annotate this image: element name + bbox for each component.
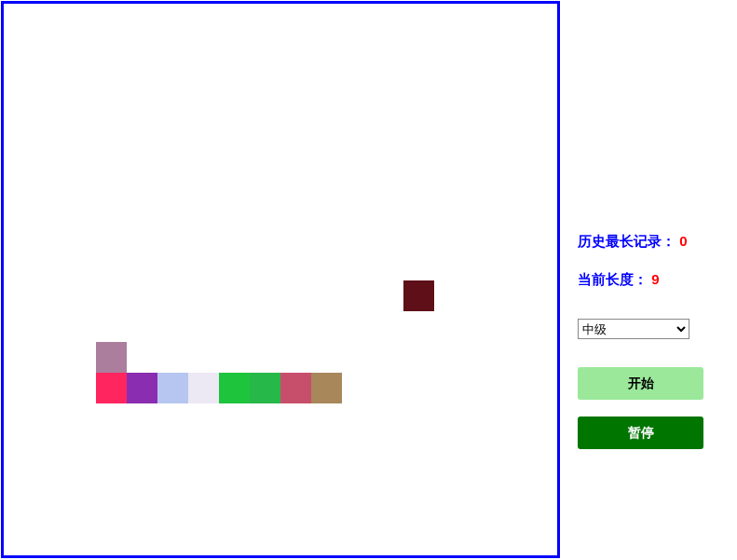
high-score-label: 历史最长记录： <box>578 233 676 249</box>
snake-head <box>96 342 127 373</box>
high-score-value: 0 <box>679 233 687 249</box>
snake-segment <box>96 373 127 403</box>
snake-segment <box>250 373 280 403</box>
snake-segment <box>311 373 342 403</box>
snake-segment <box>127 373 157 403</box>
current-length-row: 当前长度： 9 <box>578 271 727 289</box>
side-panel: 历史最长记录： 0 当前长度： 9 初级中级高级 开始 暂停 <box>578 233 727 466</box>
food-cell <box>403 280 434 311</box>
high-score-row: 历史最长记录： 0 <box>578 233 727 251</box>
snake-segment <box>280 373 311 403</box>
pause-button[interactable]: 暂停 <box>578 417 703 449</box>
difficulty-select[interactable]: 初级中级高级 <box>578 319 689 339</box>
current-length-label: 当前长度： <box>578 271 648 287</box>
snake-segment <box>188 373 219 403</box>
current-length-value: 9 <box>651 271 659 287</box>
snake-segment <box>157 373 188 403</box>
game-board <box>1 1 560 558</box>
start-button[interactable]: 开始 <box>578 367 703 400</box>
snake-segment <box>219 373 250 403</box>
